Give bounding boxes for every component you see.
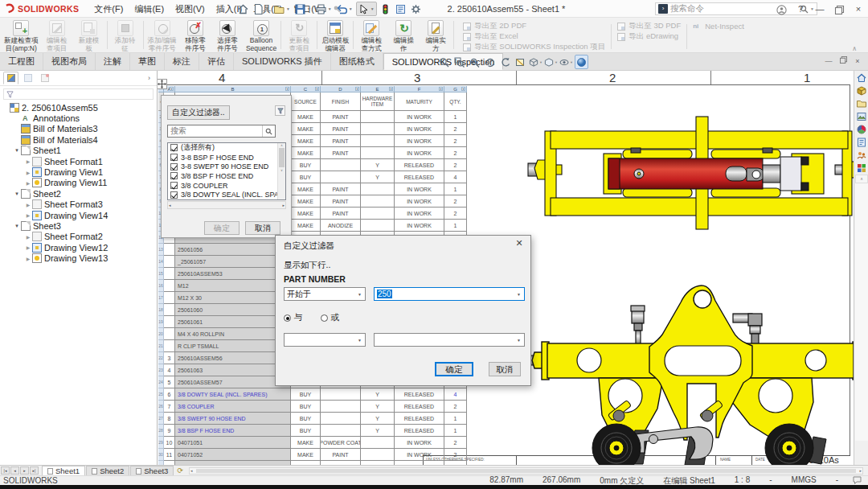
column-filter-icon[interactable]: ▾ [170,87,174,91]
column-letter-F[interactable]: F▾ [395,86,444,92]
new-document-button[interactable]: ▼ [252,2,271,16]
tree-item[interactable]: ▶Drawing View12 [0,242,157,253]
forum-icon[interactable] [855,149,868,161]
select-cursor-button[interactable]: ▼ [356,2,377,16]
tree-item[interactable]: ▶Sheet Format2 [0,232,157,242]
tab-标注[interactable]: 标注 [165,53,199,70]
ribbon-button-template-editor[interactable]: 启动模板 编辑器 [319,18,351,52]
filter-search-field[interactable]: 搜索 [167,125,276,138]
dialog-close-icon[interactable]: ✕ [513,238,526,249]
tab-评估[interactable]: 评估 [199,53,234,70]
collapsed-arrow-icon[interactable]: ▶ [24,234,32,240]
tab-solidworks-插件[interactable]: SOLIDWORKS 插件 [234,53,331,70]
taskpane-scroll-track[interactable] [855,183,868,441]
close-button[interactable]: × [849,0,868,18]
filter-search-icon[interactable] [262,125,275,137]
first-sheet-button[interactable]: |◂ [1,466,10,475]
filter-checklist[interactable]: (选择所有)3-8 BSP F HOSE END3-8 SWEPT 90 HOS… [167,142,286,200]
column-letter-E[interactable]: E▾ [361,86,395,92]
column-filter-icon[interactable]: ▾ [439,87,443,91]
bom-row[interactable]: 2893/8 BSP F HOSE ENDBUYYRELEASED1 [158,425,468,437]
bom-row[interactable]: 291004071051MAKEPOWDER COATIN WORK2 [158,437,468,449]
tree-item[interactable]: ▼Sheet2 [0,188,157,199]
rebuild-traffic-light-button[interactable] [379,2,392,16]
tree-item[interactable]: 2. 250610Assem55 [0,102,157,113]
bom-row[interactable]: 2563/8 DOWTY SEAL (INCL. SPARES)BUYYRELE… [158,388,468,401]
checkbox-checked-icon[interactable] [170,163,178,171]
bom-row[interactable]: 2673/8 COUPLERBUYYRELEASED2 [158,401,468,413]
scrollbar-thumb[interactable] [196,469,856,473]
tree-item[interactable]: ▶Sheet Format1 [0,156,157,166]
ribbon-button-new-inspection[interactable]: 新建检查项 目(amp:N) [2,18,41,52]
filter-list-item[interactable]: 3-8 BSP F HOSE END [168,153,285,162]
dialog-cancel-button[interactable]: 取消 [489,362,521,376]
design-library-icon[interactable] [855,84,868,97]
column-filter-icon[interactable]: ▾ [285,87,289,91]
collapsed-arrow-icon[interactable]: ▶ [24,170,32,175]
tab-注解[interactable]: 注解 [96,53,130,70]
help-icon[interactable]: ? [791,0,810,18]
funnel-button[interactable] [275,105,285,116]
scroll-left-icon[interactable]: ◂ [190,468,193,474]
menu-item[interactable]: 视图(V) [170,0,211,18]
checkbox-checked-icon[interactable] [170,172,178,179]
tree-item[interactable]: ▶Sheet Format3 [0,199,157,210]
column-filter-icon[interactable]: ▾ [315,87,319,91]
collapsed-arrow-icon[interactable]: ▶ [24,244,32,250]
rotate-view-icon[interactable] [483,55,497,69]
open-document-button[interactable]: ▼ [272,2,292,16]
collapsed-arrow-icon[interactable]: ▶ [24,202,32,208]
filter-list-hscrollbar[interactable]: ◂▸ [167,201,286,209]
filter-list-item[interactable]: 3/8 DOWTY SEAL (INCL. SPARES) [168,190,285,199]
ribbon-button-remove-balloon[interactable]: 移除零 件序号 [179,18,211,52]
configuration-manager-tab[interactable] [37,72,52,84]
tab-草图[interactable]: 草图 [130,53,165,70]
view-orientation-icon[interactable]: ▼ [529,55,542,69]
last-sheet-button[interactable]: ▸| [30,466,39,475]
zoom-in-out-icon[interactable] [468,55,481,69]
tab-视图布局[interactable]: 视图布局 [43,53,96,70]
horizontal-scrollbar[interactable]: ◂ ▸ [189,467,863,475]
ribbon-button-balloon-sequence[interactable]: Balloon Sequence [244,18,279,52]
doc-restore-button[interactable] [836,53,850,69]
undo-button[interactable]: ▼ [335,2,354,16]
prev-sheet-button[interactable]: ◂ [10,466,19,475]
appearances-icon[interactable] [855,123,868,135]
display-style-icon[interactable]: ▼ [544,55,558,69]
expanded-arrow-icon[interactable]: ▼ [13,191,21,196]
checkbox-checked-icon[interactable] [170,154,178,161]
sheet-tab-sheet1[interactable]: Sheet1 [42,466,85,475]
column-letter-D[interactable]: D▾ [321,86,361,92]
home-button[interactable] [236,2,250,16]
tree-item[interactable]: Bill of Materials4 [0,134,157,145]
menu-item[interactable]: 编辑(E) [129,0,170,18]
tree-item[interactable]: ▶Drawing View14 [0,210,157,220]
collapsed-arrow-icon[interactable]: ▶ [24,212,32,218]
column-letter-C[interactable]: C▾ [291,86,321,92]
save-button[interactable]: ▼ [293,2,313,16]
ribbon-collapse-icon[interactable]: ∧ [852,45,857,52]
view-palette-icon[interactable] [855,110,868,122]
collapsed-arrow-icon[interactable]: ▶ [24,158,32,164]
doc-minimize-button[interactable]: — [821,53,836,69]
tree-item[interactable]: Annotations [0,113,157,123]
column-filter-icon[interactable]: ▾ [461,87,465,91]
menu-item[interactable]: 文件(F) [88,0,129,18]
condition-combobox[interactable]: 开始于▼ [284,287,366,301]
inspection-addin-icon[interactable] [855,162,868,174]
chat-bubble-icon[interactable] [853,476,862,485]
next-sheet-button[interactable]: ▸ [20,466,29,475]
bom-row[interactable]: 2783/8 SWEPT 90 HOSE ENDBUYYRELEASED1 [158,413,468,425]
resources-icon[interactable] [855,72,868,84]
column-filter-icon[interactable]: ▾ [389,87,393,91]
print-button[interactable]: ▼ [314,2,334,16]
filter-list-scrollbar[interactable]: ∧∨ [277,143,285,199]
dialog-ok-button[interactable]: 确定 [435,362,473,376]
user-account-icon[interactable] [772,0,791,18]
collapsed-arrow-icon[interactable]: ▶ [24,256,32,261]
tab-图纸格式[interactable]: 图纸格式 [331,53,383,70]
zoom-fit-icon[interactable] [437,55,451,69]
expanded-arrow-icon[interactable]: ▼ [13,224,21,228]
value2-combobox[interactable]: ▼ [374,333,525,347]
file-explorer-icon[interactable] [855,97,868,109]
